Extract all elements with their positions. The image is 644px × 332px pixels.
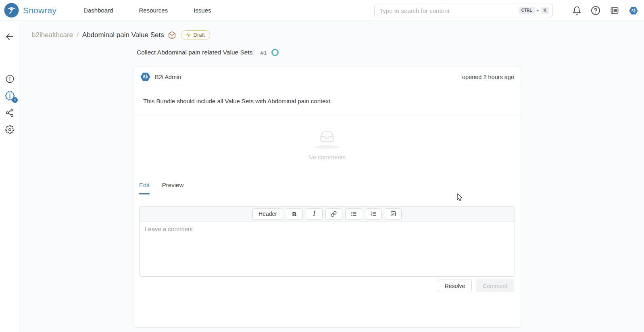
nav-resources[interactable]: Resources bbox=[139, 7, 168, 14]
main-nav: Dashboard Resources Issues bbox=[83, 7, 211, 14]
shortcut-ctrl-key: CTRL bbox=[519, 7, 535, 14]
nav-issues[interactable]: Issues bbox=[194, 7, 211, 14]
inbox-shadow bbox=[314, 145, 340, 149]
svg-text:3: 3 bbox=[371, 214, 372, 217]
user-avatar[interactable] bbox=[629, 6, 638, 15]
no-comments-empty-state: No comments bbox=[133, 128, 521, 161]
bullet-list-button[interactable] bbox=[345, 208, 362, 220]
avatar-hexagon-icon bbox=[629, 5, 638, 17]
sidebar-item-info[interactable] bbox=[0, 70, 19, 87]
comment-actions: Resolve Comment bbox=[438, 280, 514, 292]
back-button[interactable] bbox=[0, 28, 19, 45]
breadcrumb-parent-link[interactable]: b2ihealthcare bbox=[32, 31, 73, 39]
status-badge-label: Draft bbox=[194, 32, 205, 38]
bold-button[interactable]: B bbox=[286, 208, 303, 220]
author-avatar bbox=[140, 71, 151, 82]
global-search[interactable]: CTRL + K bbox=[374, 4, 553, 17]
checkbox-icon bbox=[390, 211, 396, 217]
issue-description: This Bundle should include all Value Set… bbox=[133, 87, 521, 115]
issue-number: #1 bbox=[261, 49, 267, 56]
shortcut-plus: + bbox=[536, 8, 539, 13]
breadcrumb-current: Abdominal pain Value Sets bbox=[82, 31, 164, 39]
gear-icon bbox=[5, 125, 15, 134]
sidebar-item-share[interactable] bbox=[0, 104, 19, 121]
header-format-button[interactable]: Header bbox=[252, 208, 283, 220]
tab-preview[interactable]: Preview bbox=[162, 182, 183, 194]
search-input[interactable] bbox=[379, 7, 519, 14]
numbered-list-icon: 1 2 3 bbox=[370, 211, 377, 217]
app-logo[interactable]: Snowray bbox=[4, 3, 56, 18]
italic-button[interactable]: I bbox=[306, 208, 323, 220]
link-icon bbox=[331, 211, 337, 217]
arrow-left-icon bbox=[5, 32, 15, 42]
bundle-type-indicator bbox=[168, 31, 176, 40]
numbered-list-button[interactable]: 1 2 3 bbox=[365, 208, 382, 220]
sidebar-item-settings[interactable] bbox=[0, 121, 19, 138]
opened-timestamp: opened 2 hours ago bbox=[462, 74, 514, 80]
bell-icon bbox=[572, 6, 581, 15]
editor-toolbar: Header B I bbox=[140, 207, 515, 221]
question-circle-icon bbox=[591, 6, 600, 15]
topbar-actions bbox=[572, 0, 638, 21]
nav-dashboard[interactable]: Dashboard bbox=[83, 7, 113, 14]
comment-textarea[interactable] bbox=[140, 221, 515, 277]
issue-open-status-icon bbox=[271, 49, 279, 56]
snowray-logo-icon bbox=[4, 3, 19, 18]
task-list-button[interactable] bbox=[385, 208, 402, 220]
inbox-icon bbox=[317, 128, 338, 145]
link-button[interactable] bbox=[325, 208, 342, 220]
notifications-button[interactable] bbox=[572, 6, 581, 15]
help-button[interactable] bbox=[591, 6, 600, 15]
status-badge-draft[interactable]: Draft bbox=[181, 30, 210, 40]
package-icon bbox=[168, 31, 176, 40]
whats-new-button[interactable] bbox=[610, 6, 619, 15]
bullet-list-icon bbox=[350, 211, 357, 217]
resolve-button[interactable]: Resolve bbox=[438, 280, 472, 292]
tab-edit[interactable]: Edit bbox=[139, 182, 150, 194]
issue-card: B2i Admin opened 2 hours ago This Bundle… bbox=[133, 67, 521, 328]
newsfeed-icon bbox=[610, 6, 619, 15]
info-icon bbox=[5, 74, 15, 84]
app-window: Snowray Dashboard Resources Issues CTRL … bbox=[0, 0, 644, 332]
author-name: B2i Admin bbox=[155, 74, 181, 80]
breadcrumb: b2ihealthcare / Abdominal pain Value Set… bbox=[32, 30, 210, 40]
share-icon bbox=[5, 108, 15, 117]
activity-pulse-icon bbox=[185, 33, 191, 37]
issue-title: Collect Abdominal pain related Value Set… bbox=[137, 49, 253, 56]
issue-card-header: B2i Admin opened 2 hours ago bbox=[133, 67, 521, 87]
top-navbar: Snowray Dashboard Resources Issues CTRL … bbox=[0, 0, 644, 21]
comment-button[interactable]: Comment bbox=[476, 280, 514, 292]
issues-count-badge: 1 bbox=[12, 97, 18, 103]
shortcut-k-key: K bbox=[541, 7, 549, 14]
editor-tabs: Edit Preview bbox=[139, 182, 183, 194]
breadcrumb-separator: / bbox=[77, 31, 79, 39]
no-comments-label: No comments bbox=[133, 154, 521, 161]
sidebar-item-issues[interactable]: 1 bbox=[0, 87, 19, 104]
comment-editor: Header B I bbox=[139, 206, 515, 277]
issue-title-row: Collect Abdominal pain related Value Set… bbox=[137, 49, 279, 56]
brand-name[interactable]: Snowray bbox=[23, 6, 56, 15]
left-sidebar: 1 bbox=[0, 21, 19, 332]
